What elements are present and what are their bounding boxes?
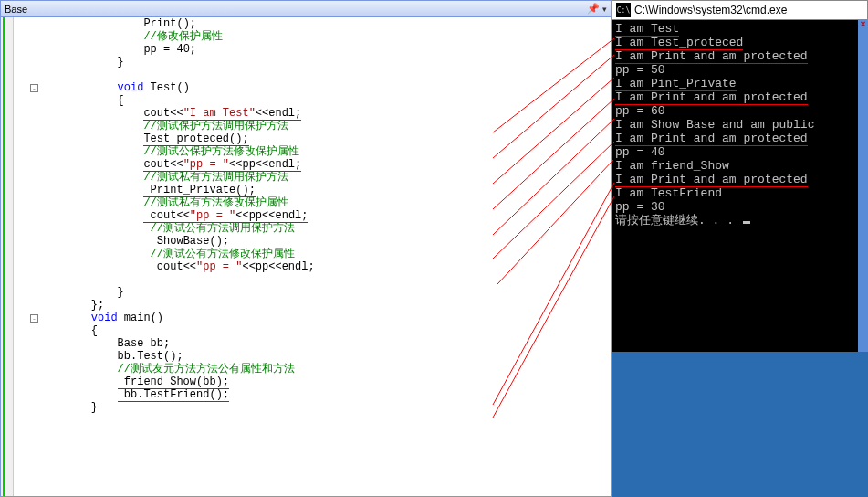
code-line[interactable]: { xyxy=(14,94,611,107)
code-line[interactable]: Print_Private(); xyxy=(14,184,611,196)
console-line: pp = 50 xyxy=(615,63,864,77)
console-line: pp = 30 xyxy=(615,200,864,214)
code-line[interactable]: //测试公有方法调用保护方法 xyxy=(14,222,611,235)
console-line: pp = 40 xyxy=(615,145,864,159)
console-title: C:\Windows\system32\cmd.exe xyxy=(634,4,787,16)
console-line: I am Show Base and am public xyxy=(615,118,864,132)
console-line: I am Pint_Private xyxy=(615,77,864,90)
code-line[interactable]: void Test()- xyxy=(14,81,611,94)
code-line[interactable] xyxy=(14,273,611,286)
code-line[interactable]: //测试公有方法修改保护属性 xyxy=(14,248,611,260)
console-line: I am friend_Show xyxy=(615,159,864,173)
code-line[interactable] xyxy=(14,69,611,81)
ide-tab-title[interactable]: Base xyxy=(5,4,27,15)
code-line[interactable]: } xyxy=(14,401,611,414)
code-line[interactable]: Base bb; xyxy=(14,337,611,350)
ide-tab-bar: Base 📌 ▾ xyxy=(1,1,611,17)
right-side-strip: × xyxy=(858,20,868,352)
code-line[interactable]: //测试保护方法调用保护方法 xyxy=(14,120,611,132)
console-line: I am Test xyxy=(615,22,864,36)
code-line[interactable]: Print(); xyxy=(14,17,611,30)
console-pane: C:\ C:\Windows\system32\cmd.exe I am Tes… xyxy=(612,0,868,497)
console-line: I am Print and am protected xyxy=(615,49,864,63)
code-line[interactable]: bb.TestFriend(); xyxy=(14,388,611,401)
console-lower-area xyxy=(612,352,868,497)
code-line[interactable]: cout<<"pp = "<<pp<<endl; xyxy=(14,209,611,222)
code-line[interactable]: friend_Show(bb); xyxy=(14,375,611,388)
console-titlebar[interactable]: C:\ C:\Windows\system32\cmd.exe xyxy=(612,0,868,20)
code-line[interactable]: ShowBase(); xyxy=(14,235,611,248)
fold-toggle[interactable]: - xyxy=(30,84,38,92)
code-line[interactable]: //测试友元方法方法公有属性和方法 xyxy=(14,363,611,375)
code-line[interactable]: void main()- xyxy=(14,312,611,324)
console-line: I am Print and am protected xyxy=(615,173,864,186)
code-line[interactable]: bb.Test(); xyxy=(14,350,611,363)
code-line[interactable]: { xyxy=(14,324,611,337)
pin-icon[interactable]: 📌 xyxy=(588,4,599,15)
editor-gutter xyxy=(1,17,14,496)
code-line[interactable]: //测试私有方法修改保护属性 xyxy=(14,196,611,209)
console-line: I am TestFriend xyxy=(615,186,864,200)
code-line[interactable]: } xyxy=(14,56,611,69)
dropdown-icon[interactable]: ▾ xyxy=(602,5,607,14)
code-line[interactable]: }; xyxy=(14,299,611,312)
code-line[interactable]: cout<<"pp = "<<pp<<endl; xyxy=(14,158,611,171)
close-icon[interactable]: × xyxy=(858,20,868,30)
cursor-icon xyxy=(743,221,750,224)
code-line[interactable]: Test_proteced(); xyxy=(14,132,611,145)
code-line[interactable]: //测试私有方法调用保护方法 xyxy=(14,171,611,184)
code-line[interactable]: } xyxy=(14,286,611,299)
cmd-icon: C:\ xyxy=(616,3,631,17)
code-line[interactable]: cout<<"I am Test"<<endl; xyxy=(14,107,611,120)
code-line[interactable]: pp = 40; xyxy=(14,43,611,56)
code-editor[interactable]: Print(); //修改保护属性 pp = 40; } void Test()… xyxy=(14,17,611,496)
code-line[interactable]: cout<<"pp = "<<pp<<endl; xyxy=(14,260,611,273)
console-output[interactable]: I am TestI am Test_protecedI am Print an… xyxy=(612,20,868,352)
console-line: I am Print and am protected xyxy=(615,90,864,104)
code-line[interactable]: //测试公保护方法修改保护属性 xyxy=(14,145,611,158)
console-line: I am Test_proteced xyxy=(615,36,864,49)
console-line: pp = 60 xyxy=(615,104,864,118)
ide-pane: Base 📌 ▾ Print(); //修改保护属性 pp = 40; } vo… xyxy=(0,0,612,497)
code-line[interactable]: //修改保护属性 xyxy=(14,30,611,43)
console-prompt: 请按任意键继续. . . xyxy=(615,214,864,227)
fold-toggle[interactable]: - xyxy=(30,314,38,323)
console-line: I am Print and am protected xyxy=(615,132,864,145)
